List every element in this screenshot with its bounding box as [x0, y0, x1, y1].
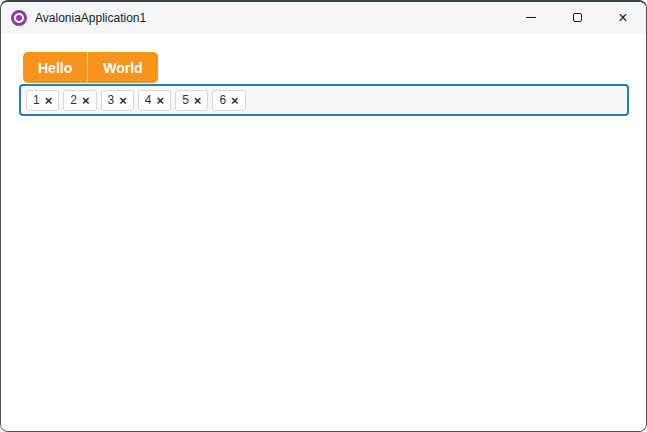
client-area: Hello World 1 × 2 × 3 × 4 × 5 × — [1, 33, 646, 431]
tag-label: 3 — [108, 93, 115, 107]
hello-button[interactable]: Hello — [23, 52, 87, 83]
tag-input-box[interactable]: 1 × 2 × 3 × 4 × 5 × 6 × — [19, 84, 629, 116]
window-controls: × — [508, 2, 646, 33]
remove-tag-icon[interactable]: × — [119, 94, 127, 107]
tag-chip: 1 × — [26, 90, 59, 111]
remove-tag-icon[interactable]: × — [194, 94, 202, 107]
tag-label: 2 — [70, 93, 77, 107]
titlebar[interactable]: AvaloniaApplication1 × — [1, 2, 646, 33]
avalonia-logo-icon — [11, 10, 27, 26]
remove-tag-icon[interactable]: × — [231, 94, 239, 107]
close-icon: × — [618, 10, 627, 26]
maximize-button[interactable] — [554, 2, 600, 33]
tag-label: 5 — [182, 93, 189, 107]
minimize-button[interactable] — [508, 2, 554, 33]
remove-tag-icon[interactable]: × — [157, 94, 165, 107]
close-button[interactable]: × — [600, 2, 646, 33]
tag-label: 1 — [33, 93, 40, 107]
remove-tag-icon[interactable]: × — [82, 94, 90, 107]
tag-chip: 5 × — [175, 90, 208, 111]
hello-world-button-group: Hello World — [23, 52, 158, 83]
tag-label: 6 — [219, 93, 226, 107]
world-button[interactable]: World — [88, 52, 157, 83]
remove-tag-icon[interactable]: × — [45, 94, 53, 107]
app-window: AvaloniaApplication1 × Hello World 1 × — [0, 0, 647, 432]
tag-chip: 2 × — [63, 90, 96, 111]
maximize-icon — [573, 13, 582, 22]
logo-ring — [14, 13, 24, 23]
tag-chip: 3 × — [101, 90, 134, 111]
tag-chip: 4 × — [138, 90, 171, 111]
tag-chip: 6 × — [212, 90, 245, 111]
tag-label: 4 — [145, 93, 152, 107]
minimize-icon — [526, 17, 536, 18]
window-title: AvaloniaApplication1 — [35, 11, 146, 25]
